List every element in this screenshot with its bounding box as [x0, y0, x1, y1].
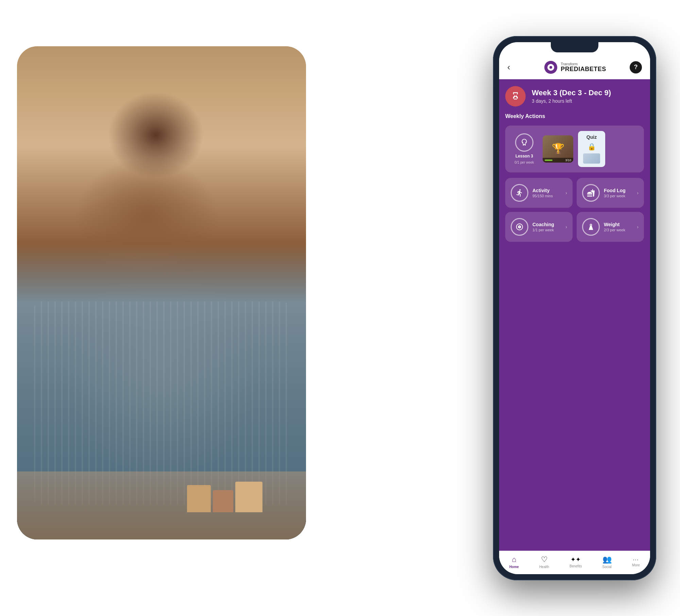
home-label: Home: [509, 565, 519, 569]
activity-stat: 95/150 mins: [532, 194, 561, 198]
activity-name: Activity: [532, 188, 561, 193]
lock-icon: 🔒: [588, 143, 596, 151]
lesson-card[interactable]: Lesson 3 0/1 per week: [511, 133, 538, 164]
phone-screen: ‹ Transform PREDIABETES: [499, 42, 650, 574]
social-label: Social: [602, 565, 612, 569]
weight-chevron: ›: [637, 224, 639, 230]
weight-tile[interactable]: Weight 2/3 per week ›: [577, 212, 644, 242]
food-log-name: Food Log: [604, 188, 633, 193]
lesson-label: Lesson 3: [515, 154, 533, 159]
nav-social[interactable]: 👥 Social: [602, 555, 612, 569]
book-1: [187, 485, 211, 512]
goal-progress-bar: 3/10: [543, 158, 573, 163]
food-log-tile[interactable]: Food Log 3/3 per week ›: [577, 178, 644, 208]
photo-background: [17, 46, 306, 539]
lesson-icon: [515, 133, 533, 152]
coaching-info: Coaching 1/1 per week: [532, 222, 561, 232]
coaching-stat: 1/1 per week: [532, 228, 561, 232]
brand: Transform PREDIABETES: [544, 61, 606, 74]
nav-health[interactable]: ♡ Health: [539, 555, 549, 569]
week-subtitle: 3 days, 2 hours left: [532, 98, 611, 104]
activity-tile[interactable]: Activity 95/150 mins ›: [505, 178, 573, 208]
weight-name: Weight: [604, 222, 633, 227]
scene: ‹ Transform PREDIABETES: [17, 19, 663, 597]
health-icon: ♡: [541, 555, 548, 564]
phone-screen-inner: ‹ Transform PREDIABETES: [499, 42, 650, 574]
more-icon: ···: [633, 557, 639, 562]
book-3: [235, 482, 262, 512]
activity-icon: [511, 184, 528, 202]
weight-icon: [582, 218, 600, 236]
brand-logo-inner: [547, 64, 554, 71]
books-on-table: [187, 471, 272, 512]
brand-logo: [544, 61, 557, 74]
activity-chevron: ›: [565, 190, 567, 196]
nav-benefits[interactable]: ✦✦ Benefits: [570, 556, 582, 568]
food-log-chevron: ›: [637, 190, 639, 196]
quiz-label: Quiz: [586, 134, 597, 140]
weight-info: Weight 2/3 per week: [604, 222, 633, 232]
brand-name: PREDIABETES: [561, 66, 606, 73]
coaching-tile[interactable]: Coaching 1/1 per week ›: [505, 212, 573, 242]
goal-progress-fill: [545, 160, 552, 161]
photo-card: [17, 46, 306, 539]
brand-logo-dot: [549, 66, 552, 69]
weekly-actions-label: Weekly Actions: [505, 113, 644, 119]
weight-stat: 2/3 per week: [604, 228, 633, 232]
benefits-icon: ✦✦: [571, 556, 581, 563]
help-button[interactable]: ?: [630, 61, 642, 73]
activity-info: Activity 95/150 mins: [532, 188, 561, 198]
nav-more[interactable]: ··· More: [632, 557, 640, 567]
brand-transform: Transform: [561, 62, 606, 66]
health-label: Health: [539, 565, 549, 569]
bottom-nav: ⌂ Home ♡ Health ✦✦ Benefits 👥: [499, 551, 650, 574]
back-button[interactable]: ‹: [507, 62, 521, 72]
week-icon: [505, 86, 526, 106]
food-log-icon: [582, 184, 600, 202]
week-header: Week 3 (Dec 3 - Dec 9) 3 days, 2 hours l…: [505, 86, 644, 106]
book-2: [213, 490, 233, 512]
goal-thumbnail[interactable]: 🏆 3/10: [543, 135, 573, 163]
week-title: Week 3 (Dec 3 - Dec 9): [532, 88, 611, 97]
food-log-stat: 3/3 per week: [604, 194, 633, 198]
app-content: Week 3 (Dec 3 - Dec 9) 3 days, 2 hours l…: [499, 79, 650, 551]
lesson-stat: 0/1 per week: [514, 161, 534, 164]
benefits-label: Benefits: [570, 564, 582, 568]
action-grid: Activity 95/150 mins ›: [505, 178, 644, 242]
coaching-chevron: ›: [565, 224, 567, 230]
week-info: Week 3 (Dec 3 - Dec 9) 3 days, 2 hours l…: [532, 88, 611, 104]
more-label: More: [632, 563, 640, 567]
social-icon: 👥: [602, 555, 612, 564]
brand-text: Transform PREDIABETES: [561, 62, 606, 73]
quiz-card[interactable]: Quiz 🔒: [578, 131, 605, 167]
coaching-icon: [511, 218, 528, 236]
nav-home[interactable]: ⌂ Home: [509, 555, 519, 569]
phone-notch: [551, 42, 598, 52]
food-log-info: Food Log 3/3 per week: [604, 188, 633, 198]
coaching-name: Coaching: [532, 222, 561, 227]
lesson-row: Lesson 3 0/1 per week 🏆 3/10: [505, 126, 644, 172]
goal-count: 3/10: [565, 159, 571, 162]
phone-device: ‹ Transform PREDIABETES: [493, 36, 656, 580]
phone-wrapper: ‹ Transform PREDIABETES: [486, 19, 663, 597]
home-icon: ⌂: [512, 555, 516, 564]
